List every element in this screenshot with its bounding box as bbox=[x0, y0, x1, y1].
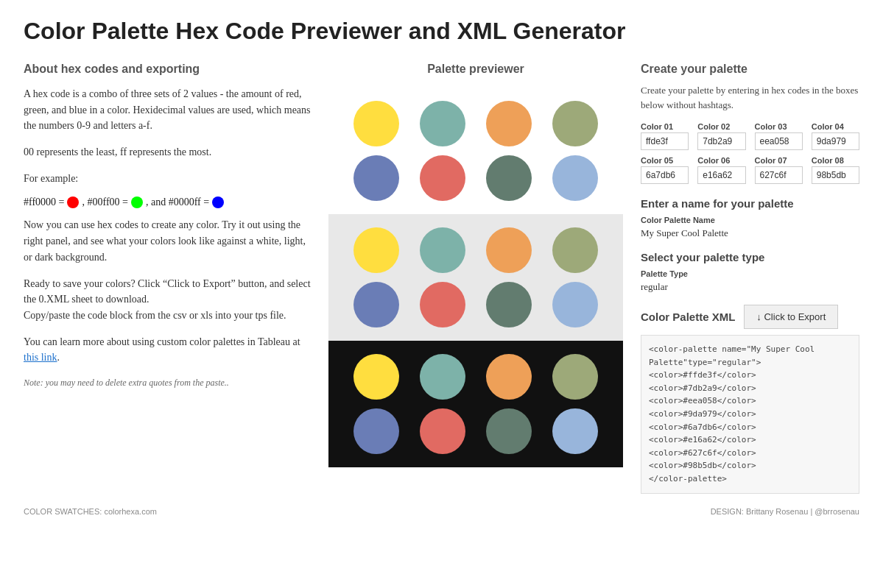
palette-light-bg bbox=[328, 214, 623, 341]
palette-dark-bg bbox=[328, 341, 623, 467]
color-08-label: Color 08 bbox=[812, 156, 859, 165]
right-column: Create your palette Create your palette … bbox=[641, 63, 859, 494]
color-circle-7-light bbox=[486, 282, 532, 327]
color-04-input[interactable] bbox=[812, 132, 859, 150]
color-input-04: Color 04 bbox=[812, 122, 859, 150]
color-06-input[interactable] bbox=[697, 166, 745, 184]
color-input-05: Color 05 bbox=[641, 156, 689, 184]
circle-row-2-dark bbox=[346, 408, 605, 454]
color-inputs-grid: Color 01 Color 02 Color 03 Color 04 Colo… bbox=[641, 122, 859, 184]
color-circle-2-dark bbox=[420, 354, 465, 400]
hex-values-desc: 00 represents the least, ff represents t… bbox=[24, 144, 311, 160]
circle-row-1-light bbox=[346, 227, 605, 273]
tableau-desc: You can learn more about using custom co… bbox=[24, 334, 311, 366]
footer: COLOR SWATCHES: colorhexa.com DESIGN: Br… bbox=[24, 507, 859, 516]
color-circle-1-light bbox=[353, 227, 399, 273]
color-05-input[interactable] bbox=[641, 166, 689, 184]
circle-row-2-light bbox=[346, 282, 605, 327]
palette-name-group: Color Palette Name My Super Cool Palette bbox=[641, 216, 859, 239]
middle-column: Palette previewer bbox=[328, 63, 623, 494]
circle-row-1-dark bbox=[346, 354, 605, 400]
color-circle-3-light bbox=[486, 227, 532, 273]
color-input-06: Color 06 bbox=[697, 156, 745, 184]
color-07-label: Color 07 bbox=[755, 156, 803, 165]
color-circle-8-dark bbox=[552, 408, 598, 454]
red-dot bbox=[67, 196, 79, 208]
color-circle-6 bbox=[420, 155, 465, 201]
color-circle-3-dark bbox=[486, 354, 532, 400]
color-input-02: Color 02 bbox=[697, 122, 745, 150]
color-circle-5-light bbox=[353, 282, 399, 327]
color-08-input[interactable] bbox=[812, 166, 859, 184]
color-circle-5-dark bbox=[353, 408, 399, 454]
color-03-input[interactable] bbox=[755, 132, 803, 150]
palette-white-bg bbox=[328, 88, 623, 214]
footer-right: DESIGN: Brittany Rosenau | @brrosenau bbox=[711, 507, 859, 516]
color-circle-1 bbox=[353, 101, 399, 146]
xml-output: <color-palette name="My Super Cool Palet… bbox=[641, 335, 859, 494]
color-03-label: Color 03 bbox=[755, 122, 803, 131]
page-title: Color Palette Hex Code Previewer and XML… bbox=[24, 18, 859, 45]
note-text: Note: you may need to delete extra quote… bbox=[24, 376, 311, 390]
left-heading: About hex codes and exporting bbox=[24, 63, 311, 76]
palette-name-value: My Super Cool Palette bbox=[641, 227, 728, 238]
color-circle-5 bbox=[353, 155, 399, 201]
palette-previewer-heading: Palette previewer bbox=[328, 63, 623, 76]
palette-name-label: Color Palette Name bbox=[641, 216, 859, 224]
color-circle-2 bbox=[420, 101, 465, 146]
color-circle-1-dark bbox=[353, 354, 399, 400]
example-label: For example: bbox=[24, 171, 311, 187]
palette-type-label: Palette Type bbox=[641, 269, 859, 278]
example-text-2: , #00ff00 = bbox=[82, 196, 127, 208]
color-circle-4 bbox=[552, 101, 598, 146]
create-palette-heading: Create your palette bbox=[641, 63, 859, 76]
color-circle-3 bbox=[486, 101, 532, 146]
color-circle-6-dark bbox=[420, 408, 465, 454]
xml-section-header: Color Palette XML ↓ Click to Export bbox=[641, 305, 859, 329]
left-column: About hex codes and exporting A hex code… bbox=[24, 63, 311, 494]
palette-name-section-label: Enter a name for your palette bbox=[641, 197, 859, 210]
tableau-link[interactable]: this link bbox=[24, 352, 57, 363]
color-07-input[interactable] bbox=[755, 166, 803, 184]
example-line: #ff0000 = , #00ff00 = , and #0000ff = bbox=[24, 196, 311, 208]
color-circle-6-light bbox=[420, 282, 465, 327]
palette-type-section-label: Select your palette type bbox=[641, 251, 859, 263]
color-06-label: Color 06 bbox=[697, 156, 745, 165]
color-circle-7-dark bbox=[486, 408, 532, 454]
color-input-08: Color 08 bbox=[812, 156, 859, 184]
color-circle-8 bbox=[552, 155, 598, 201]
hex-description: A hex code is a combo of three sets of 2… bbox=[24, 86, 311, 134]
create-palette-desc: Create your palette by entering in hex c… bbox=[641, 83, 859, 112]
color-circle-4-dark bbox=[552, 354, 598, 400]
use-hex-desc: Now you can use hex codes to create any … bbox=[24, 217, 311, 265]
circle-row-2-white bbox=[346, 155, 605, 201]
color-05-label: Color 05 bbox=[641, 156, 689, 165]
color-input-03: Color 03 bbox=[755, 122, 803, 150]
palette-type-group: Palette Type regular bbox=[641, 269, 859, 293]
palette-type-value: regular bbox=[641, 281, 668, 292]
circle-row-1-white bbox=[346, 101, 605, 146]
blue-dot bbox=[212, 196, 224, 208]
color-circle-8-light bbox=[552, 282, 598, 327]
footer-left: COLOR SWATCHES: colorhexa.com bbox=[24, 507, 157, 516]
color-02-input[interactable] bbox=[697, 132, 745, 150]
color-01-label: Color 01 bbox=[641, 122, 689, 131]
color-01-input[interactable] bbox=[641, 132, 689, 150]
export-desc: Ready to save your colors? Click “Click … bbox=[24, 276, 311, 324]
green-dot bbox=[131, 196, 143, 208]
example-text-1: #ff0000 = bbox=[24, 196, 64, 208]
xml-label: Color Palette XML bbox=[641, 311, 735, 323]
color-circle-2-light bbox=[420, 227, 465, 273]
color-input-07: Color 07 bbox=[755, 156, 803, 184]
color-input-01: Color 01 bbox=[641, 122, 689, 150]
color-circle-4-light bbox=[552, 227, 598, 273]
export-button[interactable]: ↓ Click to Export bbox=[744, 305, 838, 329]
example-text-3: , and #0000ff = bbox=[146, 196, 209, 208]
color-04-label: Color 04 bbox=[812, 122, 859, 131]
color-circle-7 bbox=[486, 155, 532, 201]
color-02-label: Color 02 bbox=[697, 122, 745, 131]
